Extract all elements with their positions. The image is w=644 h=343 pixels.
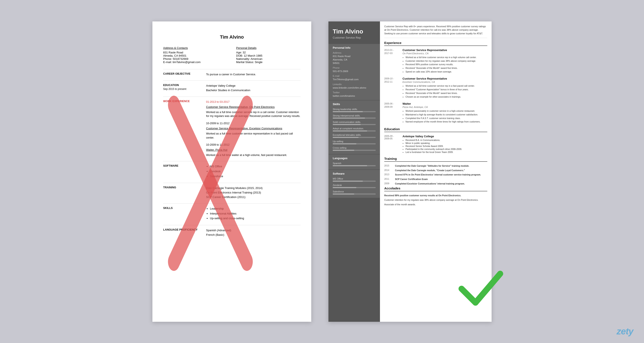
training-year-4: 2011	[384, 178, 393, 181]
exp-bullet-3-4: Named employee of the month three times …	[406, 120, 487, 123]
training-item-4: 2011 SCP Career Certification Exam	[384, 178, 487, 181]
left-skills-content: Leadership Interpersonal Abilities Up-se…	[206, 207, 300, 221]
left-job2-date: 10-2009 to 11-2012	[206, 121, 300, 125]
left-education-content: Antelope Valley College Bachelor Studies…	[206, 84, 300, 93]
training-text-3: Scored 97% in On Point Electronics' inte…	[395, 173, 487, 176]
sidebar-header: Tim Alvino Customer Service Rep	[328, 21, 380, 44]
training-year-1: 2015	[384, 164, 393, 168]
right-main: Customer Service Rep with 8+ years exper…	[380, 21, 492, 322]
software-item-2: Zendesk	[333, 184, 376, 188]
left-work-label: WORK EXPERIENCE	[163, 100, 206, 157]
edu-bullet-1-4: Participated in the community outreach d…	[406, 148, 487, 150]
left-software-item2: Zendesk	[210, 169, 300, 174]
exp-item-3: 2005-06 -2009-09 Waiter Pizza Hut, Antel…	[384, 102, 487, 124]
skill-bar-bg-2	[333, 118, 376, 119]
exp-bullet-3-2: Maintained a high tip average thanks to …	[406, 113, 487, 116]
left-job2-title: Customer Service Representative, Excelsi…	[206, 126, 300, 131]
right-title: Customer Service Rep	[333, 36, 376, 39]
left-skills-label: SKILLS	[163, 207, 206, 221]
skill-bar-bg-4	[333, 130, 376, 131]
left-phone: Phone: 5018732669	[163, 57, 228, 60]
exp-bullets-2: Worked as a full time customer service r…	[402, 84, 487, 98]
left-skill1: Leadership	[210, 207, 300, 211]
skill-bar-bg-3	[333, 124, 376, 125]
exp-bullet-1-1: Worked as a full time customer service r…	[406, 56, 487, 59]
skill-bar-fill-4	[333, 130, 367, 131]
skill-bar-fill-5	[333, 137, 358, 138]
left-job1-desc: Worked as a full time customer service r…	[206, 110, 300, 118]
skill-bar-fill-2	[333, 118, 365, 119]
left-work-section: WORK EXPERIENCE 01-2013 to 03-2017 Custo…	[163, 96, 300, 157]
skill-label-2: Strong interpersonal skills.	[333, 114, 376, 117]
left-software-item1: MS Office	[210, 164, 300, 169]
left-work-content: 01-2013 to 03-2017 Customer Service Repr…	[206, 100, 300, 157]
education-title: Education	[384, 127, 487, 132]
left-language-label: LANGUAGE PROFICIENCY	[163, 228, 206, 237]
skill-bar-bg-1	[333, 111, 376, 112]
training-text-1: Completed the Dale Carnegie "Attitudes f…	[395, 164, 487, 168]
skill-item-5: Exceptional telesales skills.	[333, 134, 376, 138]
experience-title: Experience	[384, 41, 487, 46]
training-text-2: Completed the Dale Carnegie module, "Cre…	[395, 169, 487, 172]
left-age: Age: 32	[236, 51, 300, 54]
skill-bar-bg-5	[333, 137, 376, 138]
left-career-label: CAREER OBJECTIVE	[163, 72, 206, 77]
skill-bar-bg-7	[333, 150, 376, 151]
edu-content-1: Antelope Valley College Received B.A. in…	[402, 135, 487, 154]
exp-bullet-1-4: Received "Associate of the Month" award …	[406, 66, 487, 70]
left-job3-desc: Worked as a full time waiter at a high-v…	[206, 153, 300, 157]
edu-school-1: Antelope Valley College	[402, 135, 487, 138]
skill-label-7: Cross-selling	[333, 146, 376, 149]
training-text-5: Completed Excelsior Communications' inte…	[395, 182, 487, 185]
skill-label-1: Strong leadership skills.	[333, 108, 376, 110]
edu-bullet-1-2: Minor in public speaking.	[406, 142, 487, 144]
left-skills-section: SKILLS Leadership Interpersonal Abilitie…	[163, 203, 300, 221]
training-year-5: 2009	[384, 182, 393, 185]
exp-dates-3: 2005-06 -2009-09	[384, 102, 400, 124]
left-dob: DOB: 12 March 1985	[236, 54, 300, 57]
left-language-section: LANGUAGE PROFICIENCY Spanish (Advanced) …	[163, 225, 300, 237]
skill-bar-fill-3	[333, 124, 361, 125]
left-software-item3: Salesforce	[210, 174, 300, 179]
exp-company-2: Excelsior Communications, CA	[402, 81, 487, 83]
accolade-2: Customer retention for my regulars was 3…	[384, 198, 487, 202]
exp-bullet-2-4: Chosen as an example for other associate…	[406, 95, 487, 98]
skill-bar-bg-6	[333, 143, 376, 144]
accolades-title: Accolades	[384, 186, 487, 191]
exp-dates-1: 2013-01 -2017-03	[384, 48, 400, 74]
exp-content-1: Customer Service Representative On Point…	[402, 48, 487, 74]
lang-bar-fill-1	[333, 165, 367, 166]
edu-bullet-1-1: Received B.A. in Communications.	[406, 139, 487, 141]
left-email: E-mail: timTalvino@gmail.com	[163, 60, 228, 64]
training-text-4: SCP Career Certification Exam	[395, 178, 487, 181]
exp-bullet-2-2: Received "Customer Appreciation" bonus i…	[406, 88, 487, 91]
skill-item-6: Up-selling	[333, 140, 376, 144]
left-skill2: Interpersonal Abilities	[210, 212, 300, 216]
edu-bullet-1-3: Received Senior Scholar Award 2009.	[406, 145, 487, 147]
email-label: E-mail	[333, 75, 376, 77]
lang-label-1: Spanish	[333, 162, 376, 165]
exp-bullet-1-5: Speed on calls was 10% above team averag…	[406, 70, 487, 73]
left-lang1: Spanish (Advanced)	[206, 228, 300, 233]
personal-details-label: Personal Details	[236, 46, 300, 49]
training-item-1: 2015 Completed the Dale Carnegie "Attitu…	[384, 164, 487, 168]
edu-dates-1: 2005-09 -2009-05	[384, 135, 400, 154]
software-sidebar-title: Software	[333, 172, 376, 175]
skill-label-3: Solid communication skills.	[333, 121, 376, 123]
training-item-2: 2014 Completed the Dale Carnegie module,…	[384, 169, 487, 172]
left-training-content: Dale Carnegie Training Modules (2015, 20…	[206, 186, 300, 199]
left-training3: SCP Career Certification (2011)	[206, 195, 300, 200]
lang-item-1: Spanish	[333, 162, 376, 166]
exp-dates-2: 2009-10 -2012-11	[384, 77, 400, 99]
left-lang2: French (Basic)	[206, 233, 300, 237]
lang-bar-bg-1	[333, 165, 376, 166]
right-twitter: twitter.com/timalvino	[333, 94, 376, 98]
left-address-line2: Almeda, CA 94501	[163, 54, 228, 57]
left-address-col: Address & Contacts 831 Rasle Road Almeda…	[163, 46, 228, 64]
skill-bar-fill-1	[333, 111, 363, 112]
skill-item-4: Adept at complaint resolution.	[333, 127, 376, 131]
skills-section: Skills Strong leadership skills. Strong …	[328, 100, 380, 154]
skill-item-7: Cross-selling	[333, 146, 376, 151]
left-marital: Marital Status: Single	[236, 60, 300, 64]
software-label-2: Zendesk	[333, 184, 376, 186]
